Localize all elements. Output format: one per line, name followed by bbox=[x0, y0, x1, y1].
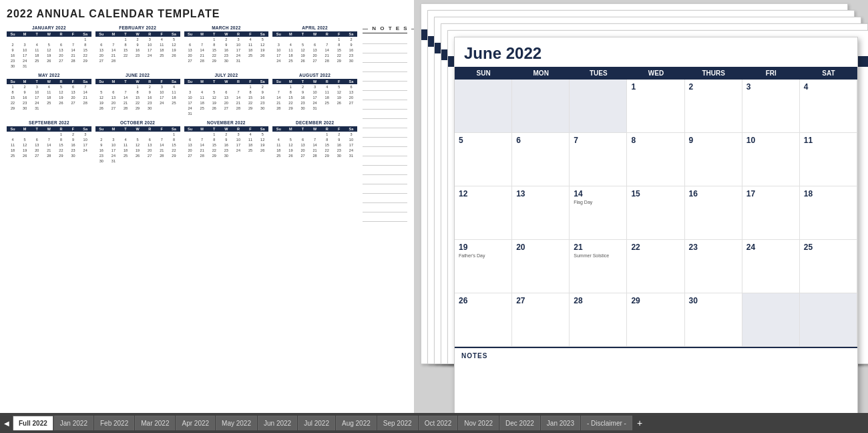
mini-cal-day-6-2-3: 13 bbox=[220, 95, 232, 100]
june-notes-bar: NOTES bbox=[455, 347, 857, 364]
tab-jul-2022[interactable]: Jul 2022 bbox=[298, 416, 335, 430]
mini-cal-header-3: T bbox=[296, 31, 308, 37]
mini-cal-header-3: W bbox=[309, 31, 321, 37]
mini-cal-day-10-1-3: 9 bbox=[220, 137, 232, 142]
mini-cal-header-10: R bbox=[232, 126, 244, 132]
tab-nav-prev[interactable]: ◀ bbox=[1, 416, 12, 430]
mini-cal-header-4: M bbox=[19, 79, 31, 84]
mini-cal-day-1-0-2: 1 bbox=[120, 37, 132, 42]
mini-cal-day-6-0-4 bbox=[232, 84, 244, 90]
mini-cal-header-9: Sa bbox=[168, 126, 180, 132]
mini-cal-header-4: Sa bbox=[79, 79, 91, 84]
mini-cal-day-2-0-2: 1 bbox=[208, 37, 220, 42]
mini-cal-day-3-0-0 bbox=[272, 37, 284, 42]
mini-cal-day-11-1-2: 6 bbox=[296, 137, 308, 142]
tab-add-button[interactable]: + bbox=[633, 418, 646, 428]
tab-apr-2022[interactable]: Apr 2022 bbox=[176, 416, 215, 430]
mini-cal-day-0-5-0: 30 bbox=[7, 63, 19, 69]
mini-cal-day-11-2-6: 17 bbox=[345, 142, 357, 148]
tab-jan-2023[interactable]: Jan 2023 bbox=[541, 416, 580, 430]
mini-cal-day-9-2-0: 9 bbox=[95, 142, 107, 148]
june-day-num-1-1: 6 bbox=[516, 136, 521, 145]
mini-cal-header-6: R bbox=[232, 79, 244, 84]
mini-cal-day-9-2-3: 12 bbox=[132, 142, 144, 148]
mini-cal-header-5: W bbox=[132, 79, 144, 84]
june-cell-0-2 bbox=[570, 80, 627, 133]
mini-cal-day-9-5-6 bbox=[168, 158, 180, 164]
tab-dec-2022[interactable]: Dec 2022 bbox=[499, 416, 540, 430]
mini-cal-day-5-2-2: 14 bbox=[120, 95, 132, 100]
mini-cal-day-10-2-0: 13 bbox=[184, 142, 196, 148]
mini-cal-day-8-3-3: 21 bbox=[43, 148, 55, 153]
june-day-num-1-6: 11 bbox=[804, 136, 813, 145]
mini-cal-day-0-3-2: 18 bbox=[31, 53, 43, 58]
notes-line-13 bbox=[363, 156, 407, 166]
mini-cal-day-6-1-1: 4 bbox=[196, 90, 208, 95]
mini-cal-header-5: Su bbox=[95, 79, 107, 84]
mini-cal-header-2: Su bbox=[184, 31, 196, 37]
mini-cal-day-10-0-5: 4 bbox=[244, 132, 256, 137]
mini-cal-day-3-0-6: 2 bbox=[345, 37, 357, 42]
mini-cal-day-11-0-5: 2 bbox=[333, 132, 345, 137]
tab-nov-2022[interactable]: Nov 2022 bbox=[458, 416, 499, 430]
mini-cal-10: NOVEMBER 2022SuMTWRFSa123456789101112131… bbox=[184, 120, 269, 164]
tab-mar-2022[interactable]: Mar 2022 bbox=[135, 416, 175, 430]
mini-cal-title-5: JUNE 2022 bbox=[95, 73, 180, 78]
annual-wrapper: JANUARY 2022SuMTWRFSa1234567891011121314… bbox=[7, 25, 407, 222]
mini-cal-day-4-4-4 bbox=[55, 106, 67, 111]
mini-cal-day-2-3-5: 25 bbox=[244, 53, 256, 58]
tab-may-2022[interactable]: May 2022 bbox=[216, 416, 257, 430]
mini-cal-day-9-1-6: 8 bbox=[168, 137, 180, 142]
mini-cal-day-10-3-1: 21 bbox=[196, 148, 208, 153]
tab-jun-2022[interactable]: Jun 2022 bbox=[258, 416, 297, 430]
mini-cal-day-4-0-0: 1 bbox=[7, 84, 19, 90]
mini-cal-table-0: SuMTWRFSa1234567891011121314151617181920… bbox=[7, 31, 91, 69]
mini-cal-day-8-1-2: 6 bbox=[31, 137, 43, 142]
mini-cal-day-0-5-4 bbox=[55, 63, 67, 69]
tab-full-2022[interactable]: Full 2022 bbox=[13, 416, 53, 430]
mini-cal-day-11-2-1: 12 bbox=[284, 142, 296, 148]
mini-cal-day-0-3-3: 19 bbox=[43, 53, 55, 58]
june-header-fri: FRI bbox=[742, 67, 800, 80]
tab-oct-2022[interactable]: Oct 2022 bbox=[419, 416, 458, 430]
mini-cal-day-4-2-1: 16 bbox=[19, 95, 31, 100]
june-day-num-4-2: 28 bbox=[574, 296, 582, 305]
mini-cal-header-10: M bbox=[196, 126, 208, 132]
mini-cal-day-8-2-5: 16 bbox=[67, 142, 79, 148]
mini-cal-day-10-0-0 bbox=[184, 132, 196, 137]
mini-cal-header-5: M bbox=[107, 79, 120, 84]
tab-feb-2022[interactable]: Feb 2022 bbox=[94, 416, 134, 430]
mini-cal-day-4-2-2: 17 bbox=[31, 95, 43, 100]
june-day-num-0-5: 3 bbox=[746, 82, 751, 92]
mini-cal-day-1-3-5: 25 bbox=[156, 53, 168, 58]
mini-cal-day-1-0-5: 4 bbox=[156, 37, 168, 42]
june-cell-0-1 bbox=[512, 80, 570, 133]
mini-cal-day-11-4-0: 25 bbox=[272, 153, 284, 158]
main-area: 2022 ANNUAL CALENDAR TEMPLATE JANUARY 20… bbox=[0, 0, 868, 413]
mini-cal-day-6-3-5: 22 bbox=[244, 100, 256, 106]
mini-cal-6: JULY 2022SuMTWRFSa1234567891011121314151… bbox=[184, 73, 269, 116]
tab-jan-2022[interactable]: Jan 2022 bbox=[54, 416, 93, 430]
mini-cal-day-11-3-1: 19 bbox=[284, 148, 296, 153]
mini-cal-day-5-2-4: 16 bbox=[144, 95, 156, 100]
june-day-num-3-0: 19 bbox=[459, 243, 467, 252]
mini-cal-table-7: SuMTWRFSa1234567891011121314151617181920… bbox=[272, 79, 357, 111]
tab---disclaimer--[interactable]: - Disclaimer - bbox=[581, 416, 632, 430]
mini-cal-day-3-0-2 bbox=[296, 37, 308, 42]
mini-cal-day-5-3-4: 23 bbox=[144, 100, 156, 106]
mini-cal-header-6: T bbox=[208, 79, 220, 84]
mini-cal-header-1: R bbox=[144, 31, 156, 37]
mini-cal-header-0: F bbox=[67, 31, 79, 37]
tab-sep-2022[interactable]: Sep 2022 bbox=[377, 416, 418, 430]
mini-cal-day-8-2-6: 17 bbox=[79, 142, 91, 148]
tab-aug-2022[interactable]: Aug 2022 bbox=[336, 416, 377, 430]
mini-cal-day-5-0-3: 1 bbox=[132, 84, 144, 90]
mini-cal-day-3-0-4 bbox=[321, 37, 333, 42]
mini-cal-day-7-2-6: 20 bbox=[345, 95, 357, 100]
mini-cal-day-1-2-6: 19 bbox=[168, 47, 180, 53]
mini-cal-day-0-1-4: 6 bbox=[55, 42, 67, 47]
mini-cal-day-0-0-3 bbox=[43, 37, 55, 42]
june-day-num-3-4: 23 bbox=[689, 243, 698, 252]
mini-cal-day-3-1-1: 4 bbox=[284, 42, 296, 47]
mini-cal-day-8-4-4: 29 bbox=[55, 153, 67, 158]
